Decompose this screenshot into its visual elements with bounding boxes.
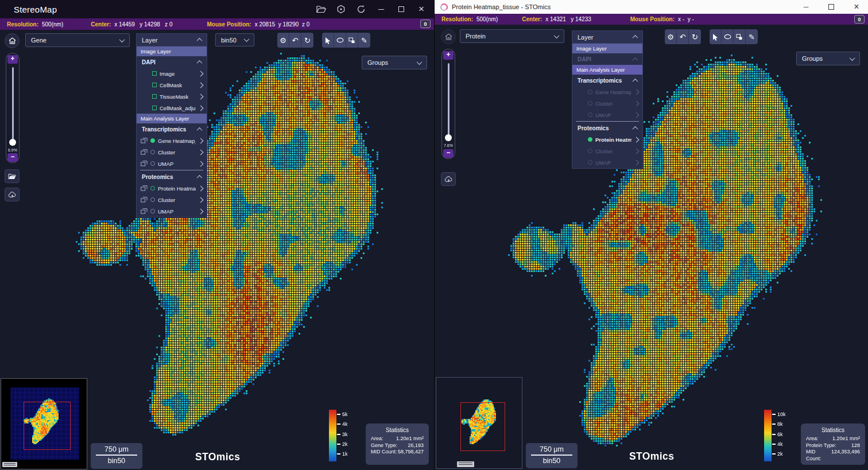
- collapse-icon[interactable]: [633, 78, 638, 84]
- chevron-right-icon[interactable]: [634, 160, 640, 165]
- minimize-button[interactable]: ─: [800, 1, 812, 13]
- radio-off-icon[interactable]: [588, 101, 592, 106]
- titlebar[interactable]: StereoMap ─ ×: [0, 0, 434, 18]
- coordinate-widget-icon[interactable]: 0: [854, 15, 865, 24]
- settings-gear-icon[interactable]: ⚙: [665, 29, 677, 44]
- layer-item-cluster[interactable]: Cluster: [572, 145, 642, 157]
- layer-item-umap[interactable]: UMAP: [137, 158, 207, 169]
- layer-item-umap[interactable]: UMAP: [572, 157, 642, 168]
- cloud-upload-button[interactable]: [441, 172, 456, 186]
- undo-icon[interactable]: ↶: [677, 29, 689, 44]
- settings-icon[interactable]: [335, 3, 347, 15]
- chevron-right-icon[interactable]: [198, 71, 204, 76]
- layer-item-cluster[interactable]: Cluster: [572, 98, 642, 109]
- layer-item-gene-heatmap[interactable]: Gene Heatmap_tis...: [137, 135, 207, 146]
- chevron-right-icon[interactable]: [198, 94, 204, 99]
- slider-track[interactable]: [448, 63, 450, 139]
- cursor-tool-icon[interactable]: [322, 33, 334, 48]
- cursor-tool-icon[interactable]: [710, 29, 722, 44]
- maximize-button[interactable]: [396, 3, 407, 15]
- pen-tool-icon[interactable]: ✎: [358, 33, 370, 48]
- zoom-in-button[interactable]: +: [7, 55, 18, 64]
- dapi-group-row[interactable]: DAPI: [137, 56, 207, 68]
- layer-item-cellmask[interactable]: CellMask: [137, 79, 207, 91]
- chevron-right-icon[interactable]: [198, 105, 204, 111]
- chevron-right-icon[interactable]: [198, 82, 204, 88]
- radio-off-icon[interactable]: [588, 90, 592, 94]
- collapse-icon[interactable]: [197, 174, 203, 180]
- chevron-right-icon[interactable]: [198, 161, 204, 166]
- radio-off-icon[interactable]: [588, 112, 592, 117]
- slider-thumb[interactable]: [445, 134, 452, 141]
- chevron-right-icon[interactable]: [198, 197, 204, 203]
- layer-item-umap[interactable]: UMAP: [572, 109, 642, 121]
- layers-folder-button[interactable]: [5, 169, 20, 183]
- chevron-right-icon[interactable]: [198, 149, 204, 155]
- dapi-group-row[interactable]: DAPI: [572, 53, 642, 65]
- titlebar[interactable]: Protein Heatmap_tissue - STOmics ─ ×: [435, 0, 868, 14]
- protein-dropdown[interactable]: Protein: [460, 29, 564, 43]
- collapse-icon[interactable]: [633, 126, 638, 131]
- layer-item-gene-heatmap[interactable]: Gene Heatmap_tis...: [572, 86, 642, 98]
- checkbox-icon[interactable]: [152, 94, 157, 99]
- coordinate-widget-icon[interactable]: 0: [420, 20, 431, 28]
- chevron-right-icon[interactable]: [198, 208, 204, 214]
- undo-icon[interactable]: ↶: [289, 33, 301, 48]
- layer-item-protein-heatmap[interactable]: Protein Heatmap_...: [572, 134, 642, 145]
- zoom-out-button[interactable]: −: [443, 149, 454, 158]
- minimize-button[interactable]: ─: [375, 3, 387, 15]
- layer-item-protein-heatmap[interactable]: Protein Heatmap_...: [137, 182, 207, 194]
- refresh-icon[interactable]: ↻: [301, 33, 313, 48]
- settings-gear-icon[interactable]: ⚙: [277, 33, 289, 48]
- chevron-right-icon[interactable]: [634, 137, 640, 142]
- lasso-tool-icon[interactable]: [722, 29, 734, 44]
- minimap[interactable]: [1, 378, 87, 469]
- lasso-tool-icon[interactable]: [334, 33, 346, 48]
- checkbox-icon[interactable]: [152, 71, 157, 76]
- main-analysis-layer-header[interactable]: Main Analysis Layer: [572, 65, 642, 75]
- groups-dropdown[interactable]: Groups: [796, 52, 860, 65]
- layer-item-tissuemask[interactable]: TissueMask: [137, 91, 207, 102]
- home-button[interactable]: [5, 33, 20, 48]
- layer-item-cellmask-adjusted[interactable]: CellMask_adjusted: [137, 102, 207, 114]
- slider-thumb[interactable]: [9, 139, 16, 146]
- minimap-viewport[interactable]: [24, 402, 71, 450]
- image-layer-header[interactable]: Image Layer: [137, 46, 207, 56]
- layer-item-cluster[interactable]: Cluster: [137, 146, 207, 158]
- zoom-in-button[interactable]: +: [443, 51, 454, 60]
- radio-off-icon[interactable]: [150, 197, 155, 202]
- main-analysis-layer-header[interactable]: Main Analysis Layer: [137, 114, 207, 123]
- layer-dropdown[interactable]: Layer: [137, 34, 207, 46]
- groups-dropdown[interactable]: Groups: [362, 56, 427, 69]
- chevron-right-icon[interactable]: [634, 148, 640, 154]
- radio-off-icon[interactable]: [588, 160, 592, 165]
- image-layer-header[interactable]: Image Layer: [572, 44, 642, 53]
- radio-off-icon[interactable]: [150, 186, 155, 191]
- refresh-icon[interactable]: ↻: [689, 29, 701, 44]
- zoom-slider[interactable]: + 6.9% −: [6, 53, 20, 163]
- transcriptomics-group-row[interactable]: Transcriptomics: [137, 123, 207, 135]
- gene-dropdown[interactable]: Gene: [25, 33, 130, 47]
- minimap[interactable]: [436, 377, 522, 469]
- chevron-right-icon[interactable]: [634, 112, 640, 118]
- rect-select-tool-icon[interactable]: [734, 29, 746, 44]
- collapse-icon[interactable]: [197, 127, 203, 133]
- radio-on-icon[interactable]: [150, 138, 155, 143]
- layer-item-image[interactable]: Image: [137, 68, 207, 79]
- checkbox-icon[interactable]: [152, 83, 157, 87]
- slider-track[interactable]: [12, 67, 14, 143]
- pen-tool-icon[interactable]: ✎: [746, 29, 758, 44]
- proteomics-group-row[interactable]: Proteomics: [572, 122, 642, 134]
- radio-off-icon[interactable]: [588, 149, 592, 153]
- layer-item-umap[interactable]: UMAP: [137, 205, 207, 217]
- checkbox-icon[interactable]: [152, 106, 157, 110]
- chevron-right-icon[interactable]: [198, 185, 204, 191]
- maximize-button[interactable]: [826, 1, 837, 13]
- chevron-right-icon[interactable]: [634, 100, 640, 106]
- cloud-upload-button[interactable]: [5, 188, 20, 201]
- rect-select-tool-icon[interactable]: [346, 33, 358, 48]
- reload-icon[interactable]: [355, 3, 367, 15]
- bin-dropdown[interactable]: bin50: [215, 33, 254, 46]
- radio-off-icon[interactable]: [150, 209, 155, 213]
- radio-off-icon[interactable]: [150, 161, 155, 166]
